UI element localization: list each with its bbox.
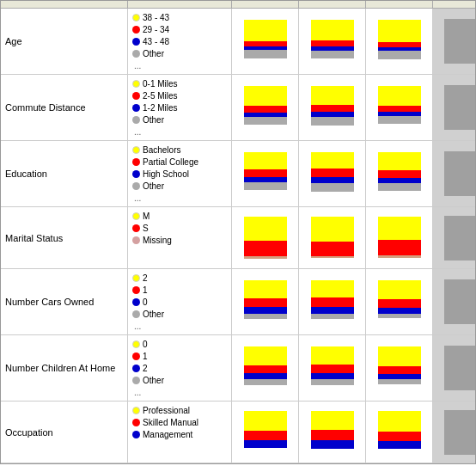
state-label: 29 - 34	[143, 24, 169, 35]
svg-rect-75	[378, 411, 421, 432]
blue-dot	[132, 170, 140, 178]
state-item: S	[132, 223, 227, 234]
svg-rect-42	[378, 217, 421, 240]
svg-rect-63	[311, 373, 354, 379]
svg-rect-68	[378, 379, 421, 384]
data-rows: Age38 - 4329 - 3443 - 48Other...Commute …	[1, 9, 475, 463]
yellow-dot	[132, 14, 140, 21]
svg-rect-28	[311, 152, 354, 169]
red-dot	[132, 26, 140, 34]
chart-missing-6	[433, 402, 476, 463]
gray-dot	[132, 50, 140, 58]
bar-chart-svg	[244, 411, 287, 454]
svg-rect-48	[244, 314, 287, 319]
svg-rect-56	[378, 314, 421, 318]
row-states-1: 0-1 Miles2-5 Miles1-2 MilesOther...	[128, 75, 232, 141]
svg-rect-59	[244, 373, 287, 379]
bar-chart-svg	[311, 20, 354, 63]
header-attributes	[1, 1, 128, 9]
svg-rect-47	[244, 307, 287, 314]
header-col4	[299, 1, 366, 9]
bar-chart-svg	[244, 20, 287, 63]
yellow-dot	[132, 274, 140, 282]
chart-population-6	[232, 402, 299, 463]
state-item: 1-2 Miles	[132, 102, 227, 113]
missing-gray-block	[444, 19, 477, 64]
state-item: 43 - 48	[132, 36, 227, 47]
svg-rect-29	[311, 169, 354, 177]
state-label: Other	[143, 48, 164, 59]
svg-rect-67	[378, 374, 421, 379]
svg-rect-58	[244, 365, 287, 373]
state-label: 2	[143, 363, 148, 374]
svg-rect-73	[311, 430, 354, 440]
svg-rect-69	[244, 411, 287, 431]
row-states-6: ProfessionalSkilled ManualManagement	[128, 402, 232, 463]
header-population	[232, 1, 299, 9]
row-attr-0: Age	[1, 9, 128, 75]
chart-missing-2	[433, 141, 476, 207]
svg-rect-1	[244, 41, 287, 46]
bar-chart-svg	[311, 86, 354, 129]
chart-col1-0	[366, 9, 433, 75]
svg-rect-50	[311, 297, 354, 307]
state-item: Partial College	[132, 156, 227, 168]
state-label: 43 - 48	[143, 36, 169, 47]
bar-chart-svg	[378, 411, 421, 454]
state-item: Professional	[132, 405, 227, 416]
chart-col1-6	[366, 402, 433, 463]
ellipsis: ...	[132, 388, 227, 397]
state-label: 2	[143, 273, 148, 284]
state-item: 0	[132, 297, 227, 308]
row-states-4: 210Other...	[128, 269, 232, 335]
state-label: Management	[143, 429, 192, 440]
state-item: 2	[132, 273, 227, 284]
red-dot	[132, 352, 140, 360]
state-item: 1	[132, 351, 227, 362]
missing-gray-block	[444, 279, 477, 324]
row-states-5: 012Other...	[128, 335, 232, 402]
chart-col1-3	[366, 207, 433, 269]
missing-gray-block	[444, 216, 477, 261]
gray-dot	[132, 310, 140, 318]
svg-rect-49	[311, 280, 354, 297]
yellow-dot	[132, 340, 140, 348]
bar-chart-svg	[311, 152, 354, 195]
svg-rect-46	[244, 298, 287, 307]
row-attr-1: Commute Distance	[1, 75, 128, 141]
chart-missing-5	[433, 335, 476, 402]
header-states	[128, 1, 232, 9]
ellipsis: ...	[132, 193, 227, 203]
bar-chart-svg	[244, 152, 287, 195]
yellow-dot	[132, 146, 140, 154]
svg-rect-2	[244, 46, 287, 50]
gray-dot	[132, 182, 140, 190]
svg-rect-34	[378, 178, 421, 183]
state-item: Other	[132, 114, 227, 126]
missing-gray-block	[444, 85, 477, 130]
bar-chart-svg	[378, 217, 421, 260]
chart-col1-2	[366, 141, 433, 207]
state-item: Other	[132, 309, 227, 320]
svg-rect-30	[311, 177, 354, 183]
svg-rect-31	[311, 183, 354, 192]
svg-rect-53	[378, 280, 421, 299]
row-attr-6: Occupation	[1, 402, 128, 463]
blue-dot	[132, 431, 140, 438]
svg-rect-45	[244, 280, 287, 298]
state-label: Other	[143, 309, 164, 320]
row-attr-4: Number Cars Owned	[1, 269, 128, 335]
gray-dot	[132, 116, 140, 124]
state-label: High School	[143, 169, 189, 180]
svg-rect-4	[311, 20, 354, 40]
main-table: Age38 - 4329 - 3443 - 48Other...Commute …	[0, 0, 476, 464]
svg-rect-57	[244, 346, 287, 365]
missing-gray-block	[444, 151, 477, 196]
yellow-dot	[132, 80, 140, 88]
chart-col0-4	[299, 269, 366, 335]
red-dot	[132, 224, 140, 232]
blue-dot	[132, 104, 140, 112]
chart-col0-3	[299, 207, 366, 269]
state-label: 0	[143, 339, 148, 350]
svg-rect-25	[244, 169, 287, 177]
